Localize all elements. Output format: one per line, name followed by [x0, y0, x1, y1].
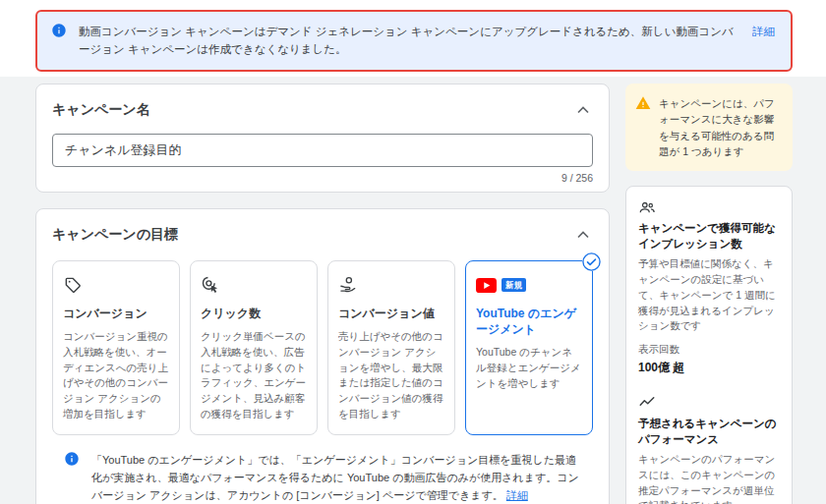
warning-icon — [635, 95, 651, 111]
goal-option-label: クリック数 — [201, 306, 307, 321]
collapse-campaign-goal-button[interactable] — [573, 225, 593, 245]
goal-option-conversions[interactable]: コンバージョン コンバージョン重視の入札戦略を使い、オーディエンスへの売り上げや… — [52, 260, 180, 435]
chevron-up-icon — [573, 233, 593, 248]
campaign-name-header: キャンペーン名 — [52, 100, 593, 120]
impressions-metric-label: 表示回数 — [638, 343, 780, 357]
goal-option-conversion-value[interactable]: コンバージョン値 売り上げやその他のコンバージョン アクションを増やし、最大限ま… — [327, 260, 455, 435]
collapse-campaign-name-button[interactable] — [573, 100, 593, 120]
ads-click-icon — [201, 275, 220, 295]
banner-details-link[interactable]: 詳細 — [752, 23, 775, 40]
insights-card: キャンペーンで獲得可能なインプレッション数 予算や目標値に関係なく、キャンペーン… — [625, 186, 793, 504]
performance-description: キャンペーンのパフォーマンスには、このキャンペーンの推定パフォーマンスが週単位で… — [638, 452, 780, 504]
info-icon — [51, 23, 67, 38]
impressions-description: 予算や目標値に関係なく、キャンペーンの設定に基づいて、キャンペーンで 1 週間に… — [638, 256, 780, 334]
info-icon — [64, 451, 80, 467]
youtube-icon — [476, 278, 497, 293]
warning-text: キャンペーンには、パフォーマンスに大きな影響を与える可能性のある問題が 1 つあ… — [659, 95, 783, 159]
goal-options-row: コンバージョン コンバージョン重視の入札戦略を使い、オーディエンスへの売り上げや… — [52, 260, 593, 435]
note-text: 「YouTube のエンゲージメント」では、「エンゲージメント」コンバージョン目… — [91, 451, 585, 504]
goal-option-label: YouTube のエンゲージメント — [476, 306, 582, 337]
note-details-link[interactable]: 詳細 — [506, 489, 528, 501]
audience-icon — [638, 198, 780, 216]
character-counter: 9 / 256 — [52, 172, 593, 184]
conversion-value-icon — [338, 275, 358, 295]
performance-section: 予想されるキャンペーンのパフォーマンス キャンペーンのパフォーマンスには、このキ… — [638, 394, 780, 504]
tag-icon — [63, 275, 83, 295]
impressions-metric-value: 100億 超 — [638, 360, 780, 376]
performance-title: 予想されるキャンペーンのパフォーマンス — [638, 416, 780, 447]
trending-icon — [638, 394, 780, 412]
campaign-setup-page: 動画コンバージョン キャンペーンはデマンド ジェネレーション キャンペーンにアッ… — [0, 0, 826, 504]
main-column: キャンペーン名 9 / 256 キャンペーンの目標 — [35, 84, 610, 504]
goal-option-youtube-engagement[interactable]: 新規 YouTube のエンゲージメント YouTube のチャンネル登録とエン… — [465, 260, 593, 435]
campaign-name-input[interactable] — [52, 134, 593, 167]
warning-card: キャンペーンには、パフォーマンスに大きな影響を与える可能性のある問題が 1 つあ… — [625, 84, 793, 171]
goal-option-clicks[interactable]: クリック数 クリック単価ベースの入札戦略を使い、広告によってより多くのトラフィッ… — [190, 260, 318, 435]
goal-option-description: コンバージョン重視の入札戦略を使い、オーディエンスへの売り上げやその他のコンバー… — [63, 329, 169, 422]
goal-option-label: コンバージョン — [63, 306, 169, 321]
selected-check-icon — [582, 252, 601, 271]
campaign-goal-card: キャンペーンの目標 コンバージョン コンバージョン重視の入札戦略を使い、オーデ — [35, 208, 610, 504]
impressions-section: キャンペーンで獲得可能なインプレッション数 予算や目標値に関係なく、キャンペーン… — [638, 198, 780, 376]
campaign-goal-header: キャンペーンの目標 — [52, 225, 593, 245]
chevron-up-icon — [573, 108, 593, 123]
new-badge: 新規 — [502, 278, 526, 292]
campaign-name-card: キャンペーン名 9 / 256 — [35, 84, 610, 193]
goal-option-description: YouTube のチャンネル登録とエンゲージメントを増やします — [476, 345, 582, 391]
banner-text: 動画コンバージョン キャンペーンはデマンド ジェネレーション キャンペーンにアッ… — [79, 23, 737, 59]
upgrade-notice-banner: 動画コンバージョン キャンペーンはデマンド ジェネレーション キャンペーンにアッ… — [35, 10, 793, 72]
campaign-name-title: キャンペーン名 — [52, 101, 150, 119]
insights-sidebar: キャンペーンには、パフォーマンスに大きな影響を与える可能性のある問題が 1 つあ… — [625, 84, 793, 504]
goal-option-label: コンバージョン値 — [338, 306, 444, 321]
goal-option-description: クリック単価ベースの入札戦略を使い、広告によってより多くのトラフィック、エンゲー… — [201, 329, 307, 422]
youtube-engagement-note: 「YouTube のエンゲージメント」では、「エンゲージメント」コンバージョン目… — [52, 451, 593, 504]
campaign-goal-title: キャンペーンの目標 — [52, 226, 178, 244]
impressions-title: キャンペーンで獲得可能なインプレッション数 — [638, 220, 780, 252]
goal-option-description: 売り上げやその他のコンバージョン アクションを増やし、最大限または指定した値のコ… — [338, 329, 444, 422]
